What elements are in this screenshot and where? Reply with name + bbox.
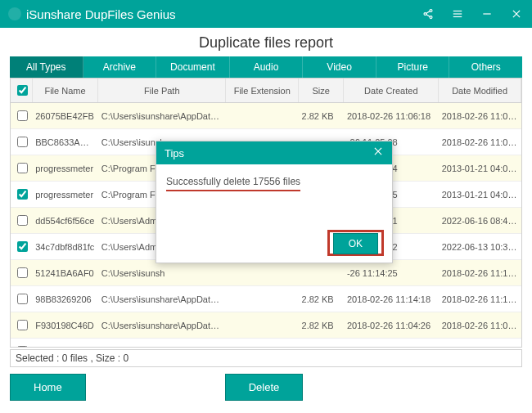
tab-video[interactable]: Video — [303, 56, 376, 78]
cell-mod: 2018-02-26 11:06:1 — [439, 103, 521, 129]
cell-size: 2.82 KB — [299, 286, 344, 312]
cell-name: 4F5A13E752B — [32, 339, 98, 348]
cell-name: F930198C46D — [32, 312, 98, 339]
cell-ext — [226, 286, 299, 312]
row-checkbox[interactable] — [17, 267, 28, 278]
cell-mod: 2018-02-26 11:05:0 — [439, 129, 521, 155]
header-size[interactable]: Size — [299, 79, 344, 103]
cell-mod: 2018-02-26 11:14:1 — [439, 286, 521, 312]
cell-mod: 2018-02-26 11:01:0 — [439, 339, 521, 348]
header-checkbox-cell — [11, 79, 32, 103]
cell-created: 2018-02-26 11:06:18 — [344, 103, 439, 129]
app-logo-icon — [8, 7, 21, 20]
row-checkbox[interactable] — [17, 163, 28, 173]
cell-path: C:\Users\isunshare\AppData\L — [98, 286, 226, 312]
cell-mod: 2018-02-26 11:14:2 — [439, 260, 521, 286]
row-checkbox[interactable] — [17, 137, 28, 147]
cell-ext — [226, 103, 299, 129]
tab-archive[interactable]: Archive — [83, 56, 157, 78]
cell-mod: 2013-01-21 04:03:0 — [439, 155, 521, 182]
cell-mod: 2018-02-26 11:04:2 — [439, 312, 521, 339]
header-mod[interactable]: Date Modified — [439, 79, 521, 103]
cell-created: -26 11:14:25 — [344, 260, 439, 286]
ok-button[interactable]: OK — [333, 233, 378, 254]
cell-name: dd554cf6f56ce — [32, 208, 98, 234]
row-checkbox[interactable] — [17, 241, 28, 252]
menu-icon[interactable] — [450, 7, 465, 21]
modal-body: Successfully delete 17556 files — [156, 164, 392, 200]
table-row[interactable]: 51241BA6AF0C:\Users\isunsh-26 11:14:2520… — [11, 260, 521, 286]
table-row[interactable]: F930198C46DC:\Users\isunshare\AppData\L2… — [11, 312, 521, 339]
table-row[interactable]: 4F5A13E752BC:\Users\isunshare\AppData\L2… — [11, 339, 521, 348]
minimize-icon[interactable] — [480, 7, 494, 21]
cell-path: C:\Users\isunshare\AppData\L — [98, 339, 226, 348]
cell-name: progressmeter — [32, 155, 98, 182]
row-checkbox[interactable] — [17, 189, 28, 200]
cell-path: C:\Users\isunsh — [98, 260, 226, 286]
cell-ext — [226, 260, 299, 286]
modal-close-icon[interactable] — [372, 146, 384, 160]
app-brand: iSunshare DupFiles Genius — [8, 7, 421, 21]
tab-document[interactable]: Document — [156, 56, 230, 78]
svg-line-4 — [426, 15, 431, 17]
cell-created: 2018-02-26 11:01:08 — [344, 339, 439, 348]
cell-name: 26075BE42FB — [32, 103, 98, 129]
tips-modal: Tips Successfully delete 17556 files OK — [156, 141, 393, 263]
row-checkbox[interactable] — [17, 346, 28, 348]
cell-name: 34c7dbf8d81fc — [32, 234, 98, 260]
cell-path: C:\Users\isunshare\AppData\L — [98, 103, 226, 129]
svg-line-3 — [426, 11, 431, 14]
table-row[interactable]: 98B83269206C:\Users\isunshare\AppData\L2… — [11, 286, 521, 312]
row-checkbox[interactable] — [17, 110, 28, 121]
tab-picture[interactable]: Picture — [376, 56, 450, 78]
cell-name: 98B83269206 — [32, 286, 98, 312]
bottom-buttons: Home Delete — [0, 367, 532, 407]
cell-created: 2018-02-26 11:04:26 — [344, 312, 439, 339]
header-path[interactable]: File Path — [98, 79, 226, 103]
row-checkbox[interactable] — [17, 215, 28, 226]
modal-titlebar: Tips — [156, 141, 392, 164]
modal-message: Successfully delete 17556 files — [166, 176, 300, 191]
header-created[interactable]: Date Created — [344, 79, 439, 103]
cell-size: 2.82 KB — [299, 312, 344, 339]
status-bar: Selected : 0 files , Size : 0 — [10, 349, 522, 367]
cell-ext — [226, 339, 299, 348]
tab-others[interactable]: Others — [449, 56, 522, 78]
tab-all-types[interactable]: All Types — [10, 56, 83, 78]
row-checkbox[interactable] — [17, 294, 28, 304]
select-all-checkbox[interactable] — [17, 85, 28, 96]
cell-created: 2018-02-26 11:14:18 — [344, 286, 439, 312]
header-ext[interactable]: File Extension — [226, 79, 299, 103]
cell-size: 2.82 KB — [299, 339, 344, 348]
cell-name: 51241BA6AF0 — [32, 260, 98, 286]
delete-button[interactable]: Delete — [225, 374, 304, 401]
row-checkbox[interactable] — [17, 320, 28, 330]
modal-title: Tips — [165, 147, 372, 159]
cell-size: 2.82 KB — [299, 103, 344, 129]
titlebar: iSunshare DupFiles Genius — [0, 0, 532, 28]
cell-mod: 2013-01-21 04:06:0 — [439, 182, 521, 208]
app-title: iSunshare DupFiles Genius — [26, 7, 176, 21]
cell-size — [299, 260, 344, 286]
type-tabs: All TypesArchiveDocumentAudioVideoPictur… — [10, 56, 522, 78]
cell-ext — [226, 312, 299, 339]
tab-audio[interactable]: Audio — [230, 56, 304, 78]
ok-highlight: OK — [327, 230, 384, 256]
page-title: Duplicate files report — [0, 34, 532, 52]
cell-mod: 2022-06-13 10:34:5 — [439, 234, 521, 260]
table-row[interactable]: 26075BE42FBC:\Users\isunshare\AppData\L2… — [11, 103, 521, 129]
header-name[interactable]: File Name — [32, 79, 98, 103]
share-icon[interactable] — [421, 7, 435, 21]
close-icon[interactable] — [509, 7, 524, 21]
cell-path: C:\Users\isunshare\AppData\L — [98, 312, 226, 339]
cell-name: BBC8633AE85 — [32, 129, 98, 155]
cell-mod: 2022-06-16 08:48:0 — [439, 208, 521, 234]
cell-name: progressmeter — [32, 182, 98, 208]
home-button[interactable]: Home — [10, 374, 86, 401]
